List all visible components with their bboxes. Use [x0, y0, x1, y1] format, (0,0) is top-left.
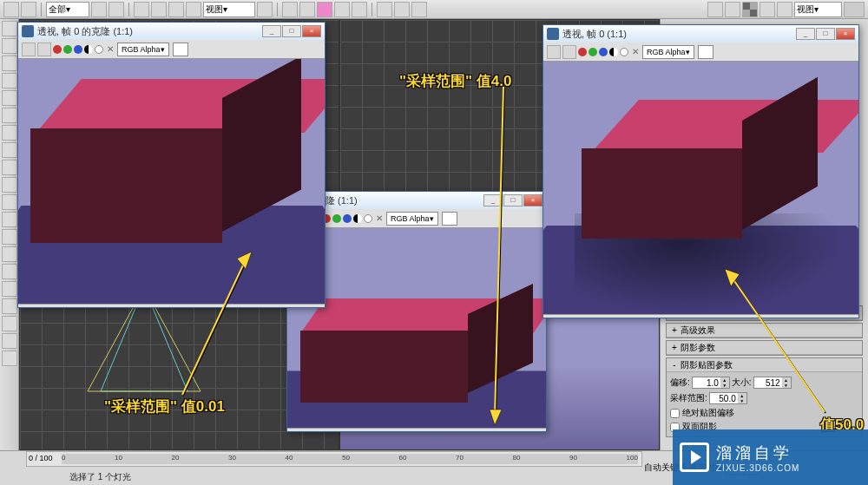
save-image-button[interactable] [547, 45, 561, 59]
toolbar-button[interactable] [282, 2, 298, 17]
green-channel-icon[interactable] [332, 214, 341, 223]
toolbar-button[interactable] [777, 2, 792, 17]
maximize-button[interactable]: □ [282, 25, 301, 37]
render-output [18, 59, 325, 304]
left-tool[interactable] [2, 125, 17, 141]
toolbar-button[interactable] [3, 2, 19, 17]
alpha-channel-icon[interactable] [609, 48, 618, 56]
left-tool[interactable] [2, 38, 17, 54]
left-tool[interactable] [2, 160, 17, 175]
clear-icon[interactable]: ✕ [105, 44, 115, 54]
green-channel-icon[interactable] [589, 48, 597, 56]
left-tool[interactable] [2, 229, 17, 245]
render-title-bar[interactable]: 透视, 帧 0 的克隆 (1:1) _ □ × [18, 23, 325, 40]
left-tool[interactable] [2, 298, 17, 314]
left-tool[interactable] [2, 90, 17, 106]
toolbar-button[interactable] [299, 2, 315, 17]
toolbar-button[interactable] [108, 2, 124, 17]
clone-button[interactable] [37, 43, 51, 56]
clear-icon[interactable]: ✕ [630, 47, 641, 56]
render-setup-button[interactable] [760, 2, 775, 17]
clear-icon[interactable]: ✕ [374, 213, 385, 223]
red-channel-icon[interactable] [53, 45, 62, 54]
minimize-button[interactable]: _ [796, 28, 815, 40]
toolbar-button[interactable] [707, 2, 723, 17]
material-editor-button[interactable] [742, 2, 758, 17]
alpha-channel-icon[interactable] [84, 45, 93, 54]
svg-marker-3 [237, 252, 252, 269]
toolbar-button[interactable] [411, 2, 427, 17]
absolute-bias-checkbox[interactable] [670, 409, 680, 418]
toolbar-button[interactable] [168, 2, 184, 17]
left-tool[interactable] [2, 56, 17, 71]
toolbar-button[interactable] [377, 2, 392, 17]
blue-channel-icon[interactable] [599, 48, 608, 56]
blue-channel-icon[interactable] [74, 45, 82, 54]
left-tool[interactable] [2, 264, 17, 279]
status-text: 选择了 1 个灯光 [69, 471, 131, 483]
blue-channel-icon[interactable] [343, 214, 352, 223]
mono-channel-icon[interactable] [364, 214, 372, 223]
timeline[interactable]: 0 / 100 0102030405060708090100 [26, 451, 642, 467]
toolbar-button[interactable] [134, 2, 149, 17]
toolbar-button[interactable] [257, 2, 273, 17]
clone-button[interactable] [562, 45, 576, 59]
alpha-channel-icon[interactable] [353, 214, 362, 223]
left-tool[interactable] [2, 212, 17, 227]
red-channel-icon[interactable] [578, 48, 587, 56]
channel-combo[interactable]: RGB Alpha ▾ [386, 212, 438, 226]
annotation-arrow [720, 269, 833, 416]
left-tool[interactable] [2, 73, 17, 88]
toolbar-button[interactable] [394, 2, 410, 17]
toolbar-button[interactable] [151, 2, 167, 17]
toolbar-button[interactable] [334, 2, 350, 17]
save-image-button[interactable] [22, 43, 36, 56]
maximize-button[interactable]: □ [816, 28, 835, 40]
render-view-combo[interactable]: 视图 ▾ [794, 2, 842, 17]
left-tool[interactable] [2, 316, 17, 331]
left-tool[interactable] [2, 333, 17, 349]
timeline-ticks: 0102030405060708090100 [62, 454, 638, 464]
left-tool[interactable] [2, 21, 17, 36]
render-title: 透视, 帧 0 (1:1) [562, 28, 796, 41]
minimize-button[interactable]: _ [262, 25, 281, 37]
play-icon [680, 442, 709, 472]
left-tool[interactable] [2, 108, 17, 123]
bg-color-swatch[interactable] [442, 212, 457, 226]
watermark-url: ZIXUE.3D66.COM [716, 463, 799, 473]
channel-combo[interactable]: RGB Alpha ▾ [117, 43, 169, 56]
close-button[interactable]: × [836, 28, 855, 40]
render-title: 透视, 帧 0 的克隆 (1:1) [37, 25, 262, 38]
render-title-bar[interactable]: 透视, 帧 0 (1:1) _ □ × [543, 25, 858, 43]
watermark-brand: 溜溜自学 [716, 442, 799, 463]
toolbar-button[interactable] [21, 2, 36, 17]
toolbar-button[interactable] [186, 2, 201, 17]
ref-coord-combo[interactable]: 视图 ▾ [203, 2, 255, 17]
bg-color-swatch[interactable] [173, 43, 188, 56]
selection-filter-combo[interactable]: 全部 ▾ [46, 2, 89, 17]
toolbar-button[interactable] [725, 2, 740, 17]
left-toolbar [0, 19, 19, 450]
close-button[interactable]: × [302, 25, 321, 37]
render-toolbar: ✕ RGB Alpha ▾ [18, 40, 325, 59]
toolbar-button[interactable] [91, 2, 107, 17]
bias-label: 偏移: [670, 377, 690, 389]
mono-channel-icon[interactable] [95, 45, 103, 54]
left-tool[interactable] [2, 194, 17, 210]
snap-angle-button[interactable] [317, 2, 332, 17]
green-channel-icon[interactable] [63, 45, 72, 54]
left-tool[interactable] [2, 177, 17, 193]
render-button[interactable] [844, 2, 865, 17]
left-tool[interactable] [2, 351, 17, 366]
annotation-arrow [477, 87, 529, 425]
left-tool[interactable] [2, 142, 17, 158]
left-tool[interactable] [2, 281, 17, 297]
annotation-label: "采样范围" 值4.0 [399, 71, 511, 91]
bg-color-swatch[interactable] [698, 45, 713, 59]
left-tool[interactable] [2, 246, 17, 262]
app-icon [22, 25, 34, 37]
render-window[interactable]: 透视, 帧 0 的克隆 (1:1) _ □ × ✕ RGB Alpha ▾ [17, 22, 326, 308]
mono-channel-icon[interactable] [620, 48, 628, 56]
channel-combo[interactable]: RGB Alpha ▾ [642, 45, 694, 59]
toolbar-button[interactable] [352, 2, 367, 17]
